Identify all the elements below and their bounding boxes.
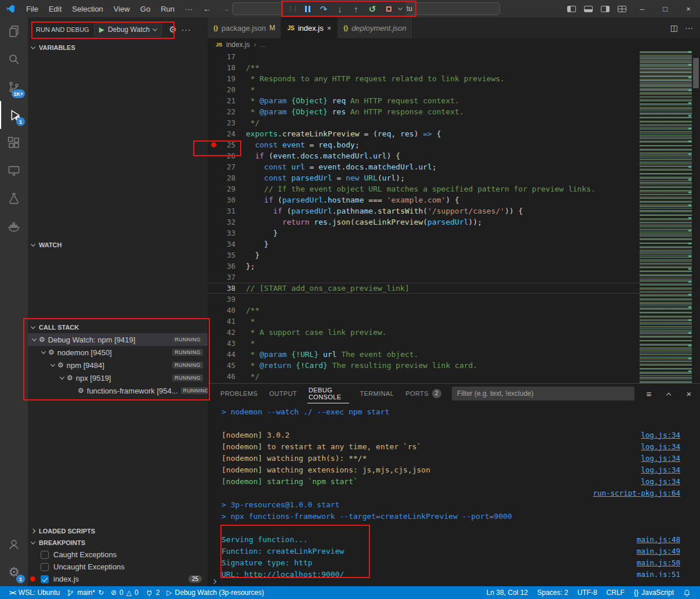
code-line-34[interactable]: 34 } (208, 239, 640, 250)
menu-selection[interactable]: Selection (67, 0, 108, 17)
source-link[interactable]: main.js:50 (637, 558, 688, 567)
call-stack-item[interactable]: ⚙npm [9484]RUNNING (28, 359, 208, 371)
source-link[interactable]: log.js:34 (641, 431, 688, 439)
drag-handle-icon[interactable]: ⋮⋮ (287, 5, 298, 13)
run-and-debug-icon[interactable]: 1 (0, 101, 28, 129)
chevron-down-icon[interactable] (398, 5, 402, 10)
toggle-panel-icon[interactable] (580, 0, 597, 17)
console-line[interactable]: Function: createLinkPreviewmain.js:49 (222, 545, 688, 557)
console-line[interactable]: Serving function...main.js:48 (222, 533, 688, 545)
more-actions-icon[interactable]: ··· (182, 25, 191, 34)
debug-console-output[interactable]: > nodemon --watch ./ --exec npm start[no… (208, 403, 700, 577)
panel-tab-output[interactable]: OUTPUT (268, 384, 298, 403)
menu-go[interactable]: Go (135, 0, 155, 17)
call-stack-item[interactable]: ⚙functions-framework [954...RUNNING (28, 384, 208, 397)
section-call-stack[interactable]: CALL STACK (28, 322, 208, 333)
step-over-button[interactable]: ↷ (318, 3, 329, 15)
code-line-25[interactable]: 25 const event = req.body; (208, 139, 640, 150)
breakpoint-item[interactable]: index.js25 (28, 573, 208, 585)
menu-file[interactable]: File (21, 0, 43, 17)
panel-tab-ports[interactable]: PORTS2 (404, 384, 443, 403)
source-link[interactable]: main.js:48 (637, 535, 688, 544)
code-editor[interactable]: 1718/**19 * Responds to any HTTP request… (208, 51, 700, 383)
account-icon[interactable] (0, 531, 28, 558)
notifications-bell[interactable] (680, 586, 694, 599)
code-line-43[interactable]: 43 * (208, 338, 640, 349)
panel-tab-terminal[interactable]: TERMINAL (358, 384, 395, 403)
code-line-39[interactable]: 39 (208, 294, 640, 305)
maximize-button[interactable]: □ (654, 0, 677, 17)
remote-indicator[interactable]: >< WSL: Ubuntu (6, 586, 63, 599)
console-line[interactable]: [nodemon] starting `npm start`log.js:34 (222, 475, 688, 487)
code-line-26[interactable]: 26 if (event.docs.matchedUrl.url) { (208, 150, 640, 161)
panel-tab-debug-console[interactable]: DEBUG CONSOLE (307, 384, 349, 403)
code-line-37[interactable]: 37 (208, 272, 640, 283)
console-line[interactable]: > npx functions-framework --target=creat… (222, 510, 688, 522)
code-line-35[interactable]: 35 } (208, 250, 640, 261)
filter-lines-icon[interactable]: ≡ (644, 389, 654, 399)
debug-console-input[interactable] (208, 577, 700, 586)
breadcrumb-symbol[interactable]: ... (260, 41, 266, 49)
minimap[interactable] (640, 51, 692, 383)
section-watch[interactable]: WATCH (28, 239, 208, 251)
section-loaded-scripts[interactable]: LOADED SCRIPTS (28, 525, 208, 537)
indentation[interactable]: Spaces: 2 (534, 586, 571, 599)
code-line-20[interactable]: 20 * (208, 84, 640, 95)
back-button[interactable]: ← (198, 4, 216, 13)
debug-settings-gear-icon[interactable]: ⚙ (169, 24, 176, 35)
eol-sequence[interactable]: CRLF (603, 586, 628, 599)
breakpoint-checkbox[interactable] (41, 563, 49, 571)
minimize-button[interactable]: – (630, 0, 654, 17)
panel-tab-problems[interactable]: PROBLEMS (219, 384, 259, 403)
console-line[interactable]: run-script-pkg.js:64 (222, 487, 688, 499)
close-icon[interactable]: × (327, 24, 332, 33)
code-line-31[interactable]: 31 if (parsedUrl.pathname.startsWith('/s… (208, 205, 640, 216)
step-out-button[interactable]: ↑ (351, 3, 361, 15)
section-variables[interactable]: VARIABLES (28, 42, 208, 53)
breakpoint-dot[interactable] (211, 142, 216, 147)
panel-close-icon[interactable]: × (684, 389, 694, 399)
tab-package.json[interactable]: {}package.jsonM (208, 17, 281, 38)
editor-scrollbar[interactable] (693, 58, 699, 88)
code-line-42[interactable]: 42 * A support case link preview. (208, 327, 640, 338)
breadcrumb[interactable]: JS index.js › ... (208, 38, 700, 51)
explorer-icon[interactable] (0, 17, 28, 45)
code-line-46[interactable]: 46 */ (208, 371, 640, 382)
console-line[interactable]: > 3p-resources@1.0.0 start (222, 499, 688, 510)
code-line-44[interactable]: 44 * @param {!URL} url The event object. (208, 349, 640, 360)
code-line-32[interactable]: 32 return res.json(caseLinkPreview(parse… (208, 216, 640, 228)
source-link[interactable]: run-script-pkg.js:64 (593, 489, 688, 497)
start-debug-icon[interactable]: ▶ (99, 26, 104, 34)
toggle-sidebar-icon[interactable] (563, 0, 580, 17)
debug-config-dropdown[interactable]: ▶ Debug Watch (94, 23, 162, 37)
code-line-38[interactable]: 38// [START add_ons_case_preview_link] (208, 283, 640, 294)
console-line[interactable]: Signature type: httpmain.js:50 (222, 557, 688, 568)
git-branch-indicator[interactable]: main* ↻ (63, 586, 107, 599)
breakpoint-checkbox[interactable] (41, 551, 49, 559)
code-line-40[interactable]: 40/** (208, 305, 640, 316)
console-line[interactable]: [nodemon] 3.0.2log.js:34 (222, 429, 688, 441)
menu-run[interactable]: Run (155, 0, 180, 17)
ports-indicator[interactable]: 2 (142, 586, 164, 599)
code-line-21[interactable]: 21 * @param {Object} req An HTTP request… (208, 95, 640, 106)
code-line-22[interactable]: 22 * @param {Object} res An HTTP respons… (208, 106, 640, 117)
code-line-24[interactable]: 24exports.createLinkPreview = (req, res)… (208, 128, 640, 139)
section-breakpoints[interactable]: BREAKPOINTS (28, 537, 208, 549)
source-link[interactable]: log.js:34 (641, 442, 688, 451)
extensions-icon[interactable] (0, 129, 28, 157)
call-stack-item[interactable]: ⚙Debug Watch: npm [9419]RUNNING (28, 333, 208, 346)
customize-layout-icon[interactable] (614, 0, 630, 17)
pause-button[interactable] (302, 3, 313, 15)
testing-icon[interactable] (0, 185, 28, 212)
settings-gear-icon[interactable]: ⚙ 1 (0, 558, 28, 586)
menu-view[interactable]: View (108, 0, 135, 17)
language-mode[interactable]: {} JavaScript (630, 586, 677, 599)
call-stack-item[interactable]: ⚙npx [9519]RUNNING (28, 371, 208, 384)
breakpoint-item[interactable]: Caught Exceptions (28, 549, 208, 561)
source-link[interactable]: log.js:34 (641, 477, 688, 486)
console-line[interactable]: URL: http://localhost:9000/main.js:51 (222, 568, 688, 577)
console-line[interactable]: > nodemon --watch ./ --exec npm start (222, 406, 688, 417)
code-line-17[interactable]: 17 (208, 51, 640, 62)
console-filter-input[interactable] (452, 387, 634, 400)
tab-deployment.json[interactable]: {}deployment.json (338, 17, 412, 38)
